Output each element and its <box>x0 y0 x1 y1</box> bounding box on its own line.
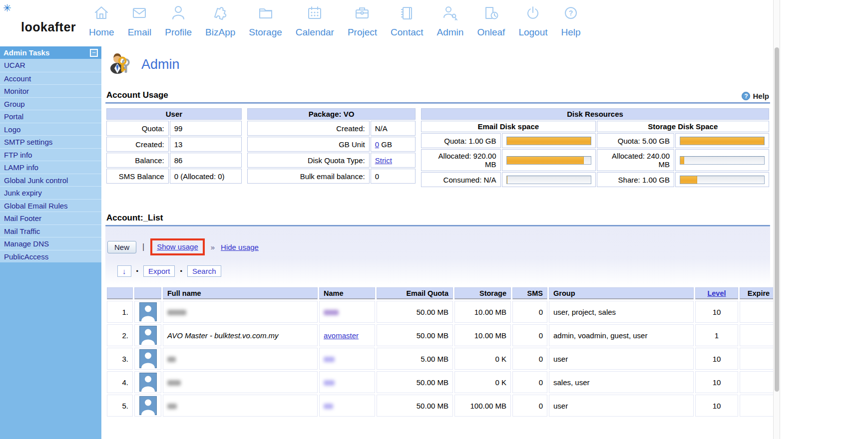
cell-full-name: AVO Master - bulktest.vo.com.my <box>163 324 318 346</box>
package-table-header: Package: VO <box>247 108 416 120</box>
cell-expire <box>740 324 778 346</box>
sidebar-item-ftp-info[interactable]: FTP info <box>0 148 101 161</box>
nav-item-contact[interactable]: Contact <box>391 4 423 38</box>
nav-item-calendar[interactable]: Calendar <box>296 4 334 38</box>
cell-avatar[interactable] <box>134 371 161 393</box>
cell-expire <box>740 301 778 323</box>
row-value: 0 (Allocated: 0) <box>170 169 242 184</box>
cell-name <box>319 371 375 393</box>
row-label: Created: <box>106 137 169 152</box>
sidebar-item-ucar[interactable]: UCAR <box>0 59 101 72</box>
scrollbar-thumb[interactable] <box>775 47 779 392</box>
user-avatar-icon <box>139 326 157 345</box>
sidebar-item-group[interactable]: Group <box>0 97 101 110</box>
new-button[interactable]: New <box>107 241 136 253</box>
main-nav: Home Email Profile BizApp Storage Calend… <box>89 4 581 38</box>
cell-sms: 0 <box>512 324 547 346</box>
nav-label: Profile <box>165 27 192 38</box>
main-content: Admin Account Usage ? Help User Quota: 9… <box>101 46 773 439</box>
toolbar-separator: | <box>142 242 144 251</box>
sidebar-item-manage-dns[interactable]: Manage DNS <box>0 237 101 250</box>
column-header-blank-1 <box>134 287 161 299</box>
row-value: 0 GB <box>371 137 416 152</box>
export-button[interactable]: Export <box>143 265 175 277</box>
row-value: N/A <box>371 121 416 136</box>
column-header-storage: Storage <box>454 287 511 299</box>
email-icon <box>130 4 148 25</box>
onleaf-document-clock-icon <box>482 4 500 25</box>
cell-full-name <box>163 395 318 417</box>
sidebar-item-portal[interactable]: Portal <box>0 110 101 123</box>
nav-item-storage[interactable]: Storage <box>249 4 282 38</box>
user-table-header: User <box>106 108 242 120</box>
storage-folder-icon <box>257 4 275 25</box>
sidebar-item-publicaccess[interactable]: PublicAccess <box>0 250 101 263</box>
cell-email-quota: 50.00 MB <box>377 371 453 393</box>
sidebar-item-global-email-rules[interactable]: Global Email Rules <box>0 199 101 212</box>
nav-item-admin[interactable]: Admin <box>437 4 464 38</box>
nav-label: Admin <box>437 27 464 38</box>
sidebar-item-global-junk-control[interactable]: Global Junk control <box>0 174 101 187</box>
nav-item-onleaf[interactable]: Onleaf <box>477 4 505 38</box>
nav-item-bizapp[interactable]: BizApp <box>205 4 235 38</box>
cell-storage: 100.00 MB <box>454 395 511 417</box>
cell-email-quota: 50.00 MB <box>377 324 453 346</box>
sidebar-item-junk-expiry[interactable]: Junk expiry <box>0 186 101 199</box>
nav-item-project[interactable]: Project <box>348 4 377 38</box>
sidebar-item-mail-traffic[interactable]: Mail Traffic <box>0 224 101 237</box>
nav-label: Calendar <box>296 27 334 38</box>
cell-avatar[interactable] <box>134 395 161 417</box>
package-value-link[interactable]: Strict <box>375 156 392 165</box>
cell-level: 1 <box>695 324 738 346</box>
nav-item-home[interactable]: Home <box>89 4 114 38</box>
user-avatar-icon <box>139 349 157 368</box>
level-sort-link[interactable]: Level <box>707 289 726 297</box>
storage-disk-bar-cell <box>675 149 769 171</box>
help-link[interactable]: ? Help <box>742 92 769 100</box>
user-avatar-icon <box>139 373 157 392</box>
row-value: 0 <box>371 169 416 184</box>
hide-usage-link[interactable]: Hide usage <box>221 243 259 251</box>
redacted-name <box>324 404 333 409</box>
redacted-full-name <box>167 310 186 315</box>
redacted-full-name <box>167 404 177 409</box>
app-window: ✳ lookafter Home Email Profile BizApp St… <box>0 0 868 439</box>
search-button[interactable]: Search <box>187 265 221 277</box>
sidebar-item-logo[interactable]: Logo <box>0 123 101 136</box>
cell-full-name <box>163 301 318 323</box>
account-row: 5. 50.00 MB 100.00 MB 0 user 10 <box>107 395 778 417</box>
sidebar-item-lamp-info[interactable]: LAMP info <box>0 161 101 174</box>
cell-group: user <box>549 348 694 370</box>
cell-avatar[interactable] <box>134 301 161 323</box>
show-usage-highlight-box: Show usage <box>150 238 205 255</box>
nav-item-help[interactable]: ? Help <box>561 4 581 38</box>
email-disk-bar-cell <box>502 133 596 148</box>
sort-arrow-button[interactable]: ↓ <box>117 265 131 277</box>
cell-storage: 0 K <box>454 348 511 370</box>
disk-resources-header: Disk Resources <box>421 108 769 120</box>
collapse-icon[interactable]: − <box>90 49 98 57</box>
cell-avatar[interactable] <box>134 324 161 346</box>
package-value-link[interactable]: 0 <box>375 140 379 149</box>
email-disk-bar-cell <box>502 149 596 171</box>
redacted-full-name <box>167 357 176 362</box>
help-icon: ? <box>742 92 750 100</box>
logout-power-icon <box>524 4 542 25</box>
nav-item-profile[interactable]: Profile <box>165 4 192 38</box>
row-value: 13 <box>170 137 242 152</box>
sidebar-item-mail-footer[interactable]: Mail Footer <box>0 212 101 224</box>
nav-item-logout[interactable]: Logout <box>518 4 547 38</box>
account-name-link[interactable]: avomaster <box>324 331 359 340</box>
user-table-row: Quota: 99 <box>106 121 242 136</box>
sidebar-item-account[interactable]: Account <box>0 72 101 85</box>
show-usage-link[interactable]: Show usage <box>157 242 198 251</box>
sidebar-item-monitor[interactable]: Monitor <box>0 84 101 97</box>
progress-bar <box>680 176 765 184</box>
sidebar-item-smtp-settings[interactable]: SMTP settings <box>0 135 101 148</box>
cell-avatar[interactable] <box>134 348 161 370</box>
nav-item-email[interactable]: Email <box>128 4 152 38</box>
vertical-scrollbar[interactable] <box>773 0 780 439</box>
progress-bar <box>680 137 765 145</box>
account-usage-tables: User Quota: 99Created: 13Balance: 86SMS … <box>105 107 770 188</box>
cell-storage: 10.00 MB <box>454 301 511 323</box>
